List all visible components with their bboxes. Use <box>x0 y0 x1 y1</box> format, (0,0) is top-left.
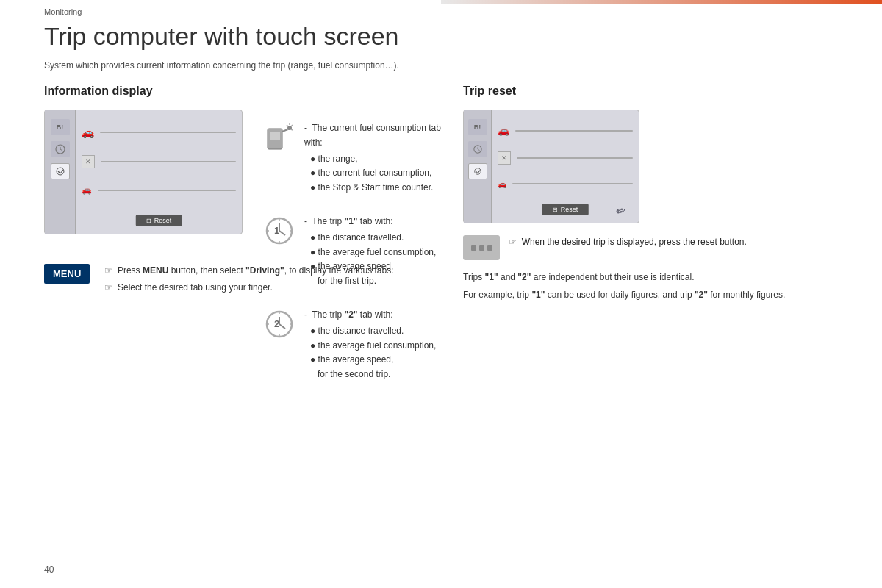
menu-button[interactable]: MENU <box>44 264 90 284</box>
right-reset-btn: ⊟ Reset <box>542 204 589 215</box>
bullet-avg-speed2: ● the average speed, <box>310 353 436 368</box>
svg-point-34 <box>474 168 481 175</box>
reset-note-text: ☞ When the desired trip is displayed, pr… <box>509 235 747 249</box>
sidebar-clock-right <box>468 141 487 157</box>
svg-line-33 <box>478 149 480 151</box>
svg-line-13 <box>291 129 293 130</box>
reset-note: ☞ When the desired trip is displayed, pr… <box>463 235 853 260</box>
reset-button-mockup: ⊟ Reset <box>136 215 182 226</box>
dot-3 <box>487 245 492 251</box>
screen-row-2: ✕ <box>82 155 236 168</box>
svg-line-36 <box>478 170 480 173</box>
screen-row-1: 🚗 <box>82 126 236 138</box>
reset-icon: ⊟ <box>146 218 151 224</box>
bullet-dist2: ● the distance travelled. <box>310 324 436 339</box>
trip-notes: Trips "1" and "2" are independent but th… <box>463 270 853 303</box>
car-icon-1: 🚗 <box>82 126 94 138</box>
screen-line-2 <box>101 161 236 162</box>
right-screen-line-1 <box>515 130 633 132</box>
svg-line-5 <box>60 170 63 173</box>
screen-row-3: 🚗 <box>82 185 236 195</box>
sidebar-icon-active <box>51 163 70 179</box>
right-screen-row-1: 🚗 <box>498 125 633 136</box>
right-car-1: 🚗 <box>498 125 509 136</box>
svg-text:2: 2 <box>274 318 279 329</box>
page-title: Trip computer with touch screen <box>44 22 399 51</box>
svg-line-17 <box>279 231 285 235</box>
dot-2 <box>479 245 484 251</box>
trip-reset-sidebar: B! <box>464 110 492 223</box>
screen-content: 🚗 ✕ 🚗 ⊟ Reset <box>76 110 242 234</box>
info-text-trip2: - The trip "2" tab with: ● the distance … <box>304 308 436 382</box>
screen-mockup: B! <box>44 110 243 234</box>
right-screen-x: ✕ <box>498 151 511 165</box>
trip-reset-screen: B! <box>463 110 639 223</box>
dot-1 <box>471 245 476 251</box>
for-second-trip: for the second trip. <box>318 368 436 382</box>
svg-line-4 <box>58 171 60 173</box>
svg-line-14 <box>287 129 288 130</box>
screen-line-1 <box>100 132 236 133</box>
info-item-fuel: - The current fuel consumption tab with:… <box>265 121 456 196</box>
svg-line-12 <box>287 125 288 126</box>
info-items: - The current fuel consumption tab with:… <box>265 121 456 401</box>
trip2-icon: 2 <box>265 308 294 337</box>
bullet-avg-fuel1: ● the average fuel consumption, <box>310 245 436 260</box>
trip-note-1: Trips "1" and "2" are independent but th… <box>463 270 853 285</box>
bullet-avg-fuel2: ● the average fuel consumption, <box>310 339 436 354</box>
sidebar-icon-clock <box>51 141 70 157</box>
svg-line-2 <box>60 149 62 151</box>
svg-text:1: 1 <box>274 225 279 236</box>
bullet-stopstart: ● the Stop & Start time counter. <box>310 181 456 196</box>
page-subtitle: System which provides current informatio… <box>44 60 399 71</box>
trip1-icon: 1 <box>265 215 294 244</box>
bullet-range: ● the range, <box>310 152 456 167</box>
info-text-fuel: - The current fuel consumption tab with:… <box>304 121 456 196</box>
svg-rect-7 <box>270 132 280 140</box>
fuel-icon <box>265 121 294 151</box>
svg-line-35 <box>476 171 478 173</box>
screen-sidebar: B! <box>45 110 76 234</box>
right-screen-row-3: 🚗 <box>498 180 633 188</box>
svg-point-3 <box>57 168 64 175</box>
screen-line-3 <box>98 190 236 191</box>
page-number: 40 <box>44 564 54 575</box>
three-dots-icon <box>463 235 500 260</box>
bullet-dist1: ● the distance travelled. <box>310 231 436 245</box>
right-screen-line-2 <box>517 157 633 159</box>
info-item-trip2: 2 - The trip "2" tab with: ● the distanc… <box>265 308 456 382</box>
right-reset-icon: ⊟ <box>553 207 558 213</box>
sidebar-active-right <box>468 163 487 179</box>
bullet-consumption: ● the current fuel consumption, <box>310 166 456 181</box>
sidebar-icon-bp: B! <box>51 119 70 135</box>
for-first-trip: for the first trip. <box>318 274 436 289</box>
screen-x-box: ✕ <box>82 155 95 168</box>
right-column: Trip reset B! <box>463 85 853 303</box>
right-screen-line-3 <box>512 183 633 184</box>
trip-note-2: For example, trip "1" can be used for da… <box>463 288 853 303</box>
info-display-heading: Information display <box>44 85 441 98</box>
bullet-avg-speed1: ● the average speed, <box>310 259 436 274</box>
svg-line-25 <box>279 324 285 329</box>
right-screen-row-2: ✕ <box>498 151 633 165</box>
car-icon-2: 🚗 <box>82 185 92 195</box>
svg-line-11 <box>291 125 293 126</box>
info-item-trip1: 1 - The trip "1" tab with: ● the distanc… <box>265 215 456 289</box>
sidebar-bp-right: B! <box>468 119 487 135</box>
top-bar <box>441 0 882 4</box>
right-car-2: 🚗 <box>498 180 506 188</box>
section-label: Monitoring <box>44 7 82 16</box>
info-text-trip1: - The trip "1" tab with: ● the distance … <box>304 215 436 289</box>
trip-reset-heading: Trip reset <box>463 85 853 98</box>
